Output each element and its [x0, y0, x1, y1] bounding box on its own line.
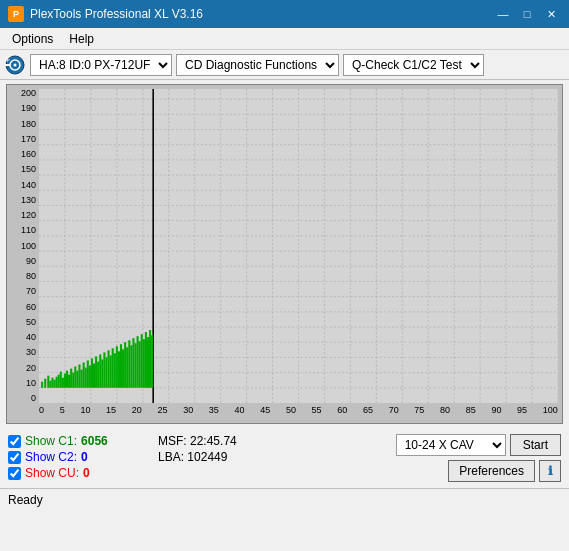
c1-row: Show C1: 6056 — [8, 434, 138, 448]
svg-rect-57 — [64, 374, 66, 388]
x-label-45: 45 — [260, 405, 270, 421]
svg-rect-85 — [122, 349, 124, 387]
svg-rect-92 — [137, 336, 139, 388]
svg-rect-82 — [116, 346, 118, 388]
x-label-70: 70 — [389, 405, 399, 421]
svg-rect-59 — [68, 375, 70, 388]
drive-selector[interactable]: HA:8 ID:0 PX-712UF — [30, 54, 172, 76]
x-label-25: 25 — [157, 405, 167, 421]
svg-rect-89 — [130, 345, 132, 388]
svg-rect-94 — [141, 334, 143, 388]
toolbar: P HA:8 ID:0 PX-712UF CD Diagnostic Funct… — [0, 50, 569, 80]
svg-rect-84 — [120, 344, 122, 388]
y-label-50: 50 — [7, 318, 39, 327]
svg-rect-62 — [74, 367, 76, 388]
x-label-40: 40 — [235, 405, 245, 421]
start-button[interactable]: Start — [510, 434, 561, 456]
speed-selector[interactable]: 10-24 X CAV — [396, 434, 506, 456]
y-label-60: 60 — [7, 303, 39, 312]
svg-rect-51 — [51, 378, 53, 388]
chart-container: 0 10 20 30 40 50 60 70 80 90 100 110 120… — [6, 84, 563, 424]
x-label-0: 0 — [39, 405, 44, 421]
svg-rect-73 — [97, 361, 99, 387]
minimize-button[interactable]: — — [493, 5, 513, 23]
svg-rect-86 — [124, 342, 126, 388]
svg-rect-3 — [5, 64, 10, 66]
x-label-35: 35 — [209, 405, 219, 421]
cu-checkbox[interactable] — [8, 467, 21, 480]
svg-rect-67 — [85, 368, 87, 388]
svg-rect-88 — [128, 340, 130, 388]
close-button[interactable]: ✕ — [541, 5, 561, 23]
speed-row: 10-24 X CAV Start — [396, 434, 561, 456]
y-axis: 0 10 20 30 40 50 60 70 80 90 100 110 120… — [7, 89, 39, 403]
svg-rect-90 — [132, 338, 134, 388]
app-icon: P — [8, 6, 24, 22]
menu-item-options[interactable]: Options — [4, 30, 61, 48]
prefs-row: Preferences ℹ — [448, 460, 561, 482]
svg-rect-60 — [70, 369, 72, 388]
chart-inner — [39, 89, 558, 403]
drive-icon: P — [4, 54, 26, 76]
x-label-100: 100 — [543, 405, 558, 421]
y-label-200: 200 — [7, 89, 39, 98]
x-label-90: 90 — [491, 405, 501, 421]
y-label-0: 0 — [7, 394, 39, 403]
info-icon: ℹ — [548, 464, 553, 478]
c2-row: Show C2: 0 — [8, 450, 138, 464]
svg-rect-54 — [58, 375, 60, 388]
c2-count: 0 — [81, 450, 88, 464]
svg-rect-75 — [101, 359, 103, 387]
menu-item-help[interactable]: Help — [61, 30, 102, 48]
x-label-15: 15 — [106, 405, 116, 421]
c2-checkbox[interactable] — [8, 451, 21, 464]
svg-rect-79 — [110, 355, 112, 387]
y-label-30: 30 — [7, 348, 39, 357]
svg-rect-87 — [126, 347, 128, 388]
svg-rect-83 — [118, 351, 120, 387]
checkboxes: Show C1: 6056 Show C2: 0 Show CU: 0 — [8, 434, 138, 480]
app-title: PlexTools Professional XL V3.16 — [30, 7, 203, 21]
y-label-130: 130 — [7, 196, 39, 205]
test-selector[interactable]: Q-Check C1/C2 Test — [343, 54, 484, 76]
cu-count: 0 — [83, 466, 90, 480]
svg-rect-61 — [72, 373, 74, 388]
svg-rect-93 — [139, 341, 141, 388]
svg-rect-64 — [78, 365, 80, 388]
preferences-button[interactable]: Preferences — [448, 460, 535, 482]
c2-label: Show C2: — [25, 450, 77, 464]
svg-rect-78 — [108, 350, 110, 387]
svg-rect-95 — [143, 339, 145, 388]
chart-svg — [39, 89, 558, 403]
y-label-180: 180 — [7, 120, 39, 129]
x-label-60: 60 — [337, 405, 347, 421]
msf-lba: MSF: 22:45.74 LBA: 102449 — [158, 434, 237, 464]
y-label-120: 120 — [7, 211, 39, 220]
y-label-150: 150 — [7, 165, 39, 174]
c1-label: Show C1: — [25, 434, 77, 448]
svg-rect-80 — [112, 348, 114, 388]
svg-rect-77 — [105, 357, 107, 387]
x-axis: 0 5 10 15 20 25 30 35 40 45 50 55 60 65 … — [39, 405, 558, 421]
c1-checkbox[interactable] — [8, 435, 21, 448]
x-label-95: 95 — [517, 405, 527, 421]
cu-label: Show CU: — [25, 466, 79, 480]
y-label-110: 110 — [7, 226, 39, 235]
svg-text:P: P — [7, 58, 10, 63]
lba-value: 102449 — [187, 450, 227, 464]
svg-rect-99 — [151, 335, 153, 388]
svg-rect-98 — [149, 330, 151, 388]
svg-rect-55 — [60, 372, 62, 388]
function-selector[interactable]: CD Diagnostic Functions — [176, 54, 339, 76]
x-label-75: 75 — [414, 405, 424, 421]
svg-rect-52 — [54, 380, 56, 388]
x-label-20: 20 — [132, 405, 142, 421]
svg-rect-68 — [87, 360, 89, 387]
info-button[interactable]: ℹ — [539, 460, 561, 482]
maximize-button[interactable]: □ — [517, 5, 537, 23]
svg-rect-48 — [44, 379, 46, 388]
y-label-140: 140 — [7, 181, 39, 190]
msf-row: MSF: 22:45.74 — [158, 434, 237, 448]
lba-row: LBA: 102449 — [158, 450, 237, 464]
svg-rect-66 — [83, 362, 85, 387]
